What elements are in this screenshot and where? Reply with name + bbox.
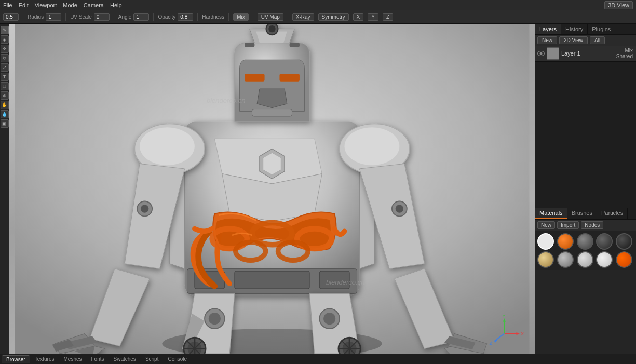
mat-swatch-4[interactable] <box>616 233 632 250</box>
layers-tabs: Layers History Plugins <box>535 24 636 35</box>
tool-brush[interactable]: ✎ <box>1 26 9 34</box>
svg-point-39 <box>323 313 335 325</box>
angle-value[interactable]: 1 <box>133 13 149 21</box>
right-panel: Layers History Plugins New 2D View All L… <box>535 24 636 354</box>
toolbar: 0.5 Radius 1 UV Scale 0 Angle 1 Opacity … <box>0 10 636 24</box>
tool-shape[interactable]: □ <box>1 82 9 90</box>
mat-swatch-5[interactable] <box>537 251 554 268</box>
tab-brushes[interactable]: Brushes <box>567 208 597 219</box>
tab-particles[interactable]: Particles <box>597 208 628 219</box>
tab-console[interactable]: Console <box>164 355 191 363</box>
robot-illustration: X Y Z <box>9 24 535 354</box>
layers-section: Layers History Plugins New 2D View All L… <box>535 24 636 62</box>
radius-value[interactable]: 1 <box>46 13 61 21</box>
tab-history[interactable]: History <box>561 24 588 34</box>
svg-rect-16 <box>290 43 300 47</box>
mat-swatch-2[interactable] <box>577 233 593 250</box>
tab-browser[interactable]: Browser <box>2 355 30 363</box>
layers-all-button[interactable]: All <box>590 36 605 44</box>
divider-1 <box>23 13 23 21</box>
left-tool-panel: ✎ ◈ ✛ ↻ ⤢ T □ ⊕ ✋ 💧 ▣ <box>0 24 9 354</box>
hardness-label: Hardness <box>202 14 224 20</box>
layers-empty-space <box>535 62 636 208</box>
svg-rect-10 <box>245 74 264 81</box>
mat-swatch-9[interactable] <box>616 251 632 268</box>
layer-visibility-toggle[interactable] <box>537 51 545 56</box>
layer-row: Layer 1 Mix Shared <box>535 46 636 61</box>
tool-hand[interactable]: ✋ <box>1 101 9 109</box>
viewport-image: X Y Z blenderco.cn blenderco.cn <box>9 24 535 354</box>
svg-point-24 <box>396 205 403 212</box>
tab-layers[interactable]: Layers <box>535 24 561 34</box>
uvscale-value[interactable]: 0 <box>94 13 110 21</box>
tool-eyedrop[interactable]: 💧 <box>1 110 9 118</box>
view-mode-button[interactable]: 3D View <box>604 1 633 9</box>
layer-mix-label: Mix <box>625 48 633 53</box>
symmetry-button[interactable]: Symmetry <box>318 13 349 21</box>
bottom-tabs: Browser Textures Meshes Fonts Swatches S… <box>0 354 636 364</box>
svg-rect-15 <box>245 43 254 47</box>
tab-plugins[interactable]: Plugins <box>588 24 615 34</box>
size-group: 0.5 <box>3 13 19 21</box>
tab-fonts[interactable]: Fonts <box>87 355 109 363</box>
menu-edit[interactable]: Edit <box>19 2 29 8</box>
tab-swatches[interactable]: Swatches <box>110 355 140 363</box>
tool-fill[interactable]: ▣ <box>1 119 9 128</box>
mat-swatch-7[interactable] <box>577 251 593 268</box>
materials-section: Materials Brushes Particles New Import N… <box>535 208 636 354</box>
tab-meshes[interactable]: Meshes <box>59 355 86 363</box>
mat-import-button[interactable]: Import <box>557 221 579 229</box>
layers-2dview-button[interactable]: 2D View <box>559 36 588 44</box>
tool-scale[interactable]: ⤢ <box>1 63 9 72</box>
uvscale-group: UV Scale 0 <box>70 13 110 21</box>
mat-swatch-0[interactable] <box>537 233 554 250</box>
tool-move[interactable]: ✛ <box>1 45 9 53</box>
tab-script[interactable]: Script <box>141 355 163 363</box>
angle-group: Angle 1 <box>118 13 150 21</box>
svg-text:Z: Z <box>490 341 493 346</box>
viewport[interactable]: X Y Z blenderco.cn blenderco.cn <box>9 24 535 354</box>
svg-point-14 <box>268 25 275 32</box>
divider-8 <box>288 13 288 21</box>
mat-swatch-6[interactable] <box>557 251 574 268</box>
tab-textures[interactable]: Textures <box>31 355 59 363</box>
tool-text[interactable]: T <box>1 73 9 81</box>
mat-swatch-3[interactable] <box>596 233 613 250</box>
layer-thumbnail <box>547 47 559 60</box>
tool-zoom[interactable]: ⊕ <box>1 91 9 100</box>
opacity-value[interactable]: 0.8 <box>178 13 193 21</box>
layers-controls: New 2D View All <box>535 35 636 46</box>
mat-new-button[interactable]: New <box>537 221 555 229</box>
mat-swatch-8[interactable] <box>596 251 613 268</box>
divider-3 <box>114 13 114 21</box>
tab-materials[interactable]: Materials <box>535 208 567 219</box>
svg-text:Y: Y <box>503 314 506 319</box>
layer-name[interactable]: Layer 1 <box>561 50 614 57</box>
svg-rect-12 <box>252 109 292 116</box>
divider-7 <box>253 13 253 21</box>
mix-button[interactable]: Mix <box>233 13 249 21</box>
divider-4 <box>153 13 154 21</box>
z-axis-button[interactable]: Z <box>383 13 393 21</box>
uvscale-label: UV Scale <box>70 14 92 20</box>
mat-swatch-1[interactable] <box>557 233 574 250</box>
tool-select[interactable]: ◈ <box>1 35 9 44</box>
menu-viewport[interactable]: Viewport <box>35 2 57 8</box>
divider-5 <box>197 13 198 21</box>
tool-rotate[interactable]: ↻ <box>1 54 9 62</box>
size-value[interactable]: 0.5 <box>3 13 19 21</box>
menu-camera[interactable]: Camera <box>84 2 104 8</box>
menu-help[interactable]: Help <box>110 2 122 8</box>
mat-controls: New Import Nodes <box>535 220 636 231</box>
menu-file[interactable]: File <box>3 2 12 8</box>
mat-nodes-button[interactable]: Nodes <box>581 221 603 229</box>
svg-text:X: X <box>521 331 524 336</box>
xray-button[interactable]: X-Ray <box>292 13 314 21</box>
x-axis-button[interactable]: X <box>353 13 364 21</box>
menu-bar: File Edit Viewport Mode Camera Help 3D V… <box>0 0 636 10</box>
y-axis-button[interactable]: Y <box>368 13 378 21</box>
menu-mode[interactable]: Mode <box>63 2 77 8</box>
uvmap-button[interactable]: UV Map <box>258 13 283 21</box>
opacity-group: Opacity 0.8 <box>158 13 193 21</box>
layers-new-button[interactable]: New <box>537 36 557 44</box>
